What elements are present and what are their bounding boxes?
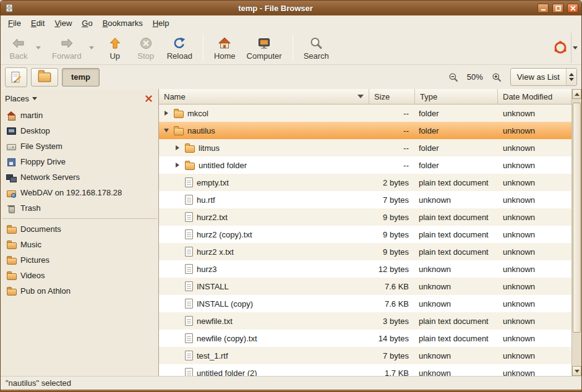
sidebar-item[interactable]: martin: [1, 108, 158, 123]
file-date: unknown: [498, 265, 571, 274]
file-date: unknown: [498, 334, 571, 343]
forward-button[interactable]: Forward: [46, 33, 87, 63]
sidebar-item[interactable]: Pub on Athlon: [1, 283, 158, 299]
sidebar-item[interactable]: Videos: [1, 268, 158, 283]
forward-history-dropdown[interactable]: [87, 33, 96, 63]
file-row[interactable]: nautilus--folderunknown: [159, 122, 571, 139]
folder-icon: [174, 128, 184, 135]
toolbar-overflow-arrow[interactable]: [571, 33, 579, 63]
chevron-down-icon: [89, 46, 94, 49]
column-header-name[interactable]: Name: [159, 89, 369, 104]
breadcrumb-root-button[interactable]: [31, 68, 58, 87]
forward-icon: [59, 35, 74, 51]
file-type: unknown: [415, 351, 498, 360]
expander-collapsed-icon[interactable]: [162, 109, 170, 117]
up-button[interactable]: Up: [100, 33, 131, 63]
sidebar-item[interactable]: Network Servers: [1, 169, 158, 185]
sidebar-item[interactable]: Desktop: [1, 123, 158, 138]
file-size: 9 bytes: [369, 247, 415, 257]
minimize-button[interactable]: [537, 4, 549, 13]
zoom-in-button[interactable]: [489, 70, 504, 85]
edit-location-icon: [9, 70, 23, 84]
file-row[interactable]: litmus--folderunknown: [159, 139, 571, 156]
file-row[interactable]: hu.rtf7 bytesunknownunknown: [159, 191, 571, 208]
file-name: INSTALL (copy): [197, 299, 253, 309]
file-size: 9 bytes: [369, 213, 415, 222]
file-row[interactable]: mkcol--folderunknown: [159, 104, 571, 122]
menu-go[interactable]: Go: [77, 17, 97, 30]
expander-collapsed-icon[interactable]: [173, 144, 181, 152]
expander-collapsed-icon[interactable]: [173, 161, 181, 169]
sidebar-item[interactable]: Trash: [1, 200, 158, 216]
expander-expanded-icon[interactable]: [162, 127, 170, 135]
file-row[interactable]: hurz312 bytesunknownunknown: [159, 260, 571, 278]
sidebar-item[interactable]: WebDAV on 192.168.178.28: [1, 185, 158, 200]
file-row[interactable]: untitled folder--folderunknown: [159, 156, 571, 174]
breadcrumb-current-button[interactable]: temp: [62, 68, 100, 87]
sidebar-item[interactable]: Floppy Drive: [1, 154, 158, 169]
file-row[interactable]: hurz2 x.txt9 bytesplain text documentunk…: [159, 243, 571, 260]
file-date: unknown: [498, 126, 571, 135]
file-row[interactable]: newfile.txt3 bytesplain text documentunk…: [159, 312, 571, 330]
file-row[interactable]: INSTALL7.6 KBunknownunknown: [159, 278, 571, 295]
back-button[interactable]: Back: [3, 33, 34, 63]
scrollbar-track[interactable]: [572, 99, 581, 366]
menu-view[interactable]: View: [49, 17, 77, 30]
file-row[interactable]: newfile (copy).txt14 bytesplain text doc…: [159, 330, 571, 347]
sidebar-item[interactable]: Pictures: [1, 252, 158, 268]
search-button[interactable]: Search: [298, 33, 335, 63]
places-close-button[interactable]: [143, 93, 154, 104]
menu-file[interactable]: File: [3, 17, 26, 30]
sidebar-item[interactable]: Music: [1, 237, 158, 252]
places-title[interactable]: Places: [5, 94, 29, 103]
webdav-icon: [6, 188, 16, 198]
arrow-up-icon: [575, 93, 580, 96]
file-row[interactable]: test_1.rtf7 bytesunknownunknown: [159, 347, 571, 364]
zoom-in-icon: [492, 72, 502, 82]
folder-icon: [185, 145, 195, 153]
places-dropdown-icon[interactable]: [32, 97, 37, 100]
file-size: 7.6 KB: [369, 299, 415, 309]
file-row[interactable]: INSTALL (copy)7.6 KBunknownunknown: [159, 295, 571, 312]
stop-button[interactable]: Stop: [131, 33, 161, 63]
sidebar-item[interactable]: Documents: [1, 221, 158, 237]
maximize-button[interactable]: [552, 4, 563, 13]
edit-location-button[interactable]: [5, 67, 27, 87]
file-icon: [185, 247, 193, 257]
back-history-dropdown[interactable]: [34, 33, 43, 63]
file-icon: [185, 281, 193, 291]
folder-icon: [6, 255, 16, 265]
computer-button[interactable]: Computer: [241, 33, 288, 63]
view-mode-select[interactable]: View as List: [510, 68, 577, 86]
vertical-scrollbar[interactable]: [571, 89, 581, 376]
file-row[interactable]: hurz2.txt9 bytesplain text documentunkno…: [159, 208, 571, 226]
zoom-out-button[interactable]: [446, 70, 461, 85]
file-size: 14 bytes: [369, 334, 415, 343]
column-header-type[interactable]: Type: [415, 89, 498, 104]
sidebar-item-label: File System: [20, 142, 62, 151]
menu-bookmarks[interactable]: Bookmarks: [98, 17, 148, 30]
sidebar-item[interactable]: File System: [1, 138, 158, 154]
window-bottom-border: [1, 390, 581, 392]
file-row[interactable]: hurz2 (copy).txt9 bytesplain text docume…: [159, 226, 571, 243]
up-icon: [108, 35, 122, 51]
menu-help[interactable]: Help: [148, 17, 174, 30]
file-date: unknown: [498, 230, 571, 239]
expander-spacer: [173, 179, 181, 187]
scrollbar-thumb[interactable]: [573, 103, 581, 333]
menubar: FileEditViewGoBookmarksHelp: [1, 15, 581, 31]
titlebar[interactable]: temp - File Browser: [1, 1, 581, 15]
scroll-down-button[interactable]: [572, 366, 581, 376]
close-button[interactable]: [567, 4, 578, 13]
home-button[interactable]: Home: [208, 33, 241, 63]
file-icon: [185, 368, 193, 376]
file-row[interactable]: empty.txt2 bytesplain text documentunkno…: [159, 174, 571, 191]
reload-button[interactable]: Reload: [161, 33, 198, 63]
column-header-size[interactable]: Size: [369, 89, 415, 104]
column-header-date-modified[interactable]: Date Modified: [498, 89, 571, 104]
scroll-up-button[interactable]: [572, 89, 581, 99]
expander-spacer: [173, 369, 181, 377]
file-date: unknown: [498, 161, 571, 170]
menu-edit[interactable]: Edit: [26, 17, 49, 30]
file-row[interactable]: untitled folder (2)1.7 KBunknownunknown: [159, 364, 571, 376]
